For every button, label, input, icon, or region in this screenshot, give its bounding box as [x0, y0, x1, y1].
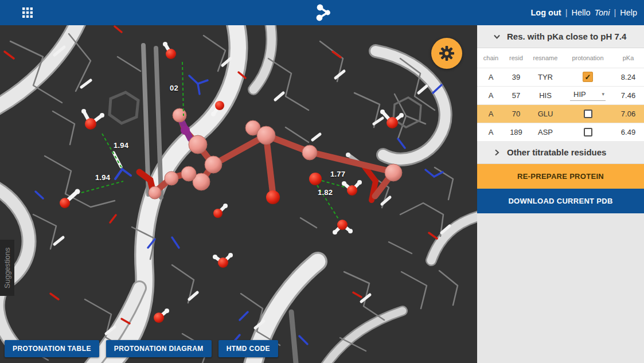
top-navbar: Log out | Hello Toni | Help	[0, 0, 644, 25]
user-menu: Log out | Hello Toni | Help	[531, 8, 637, 17]
protonation-checkbox[interactable]	[584, 128, 592, 136]
col-header-resid: resid	[505, 48, 528, 68]
protonation-table-button[interactable]: PROTONATION TABLE	[5, 340, 99, 357]
username-text: Toni	[595, 8, 610, 17]
residue-protonation-cell	[563, 123, 612, 141]
molecular-viewer[interactable]: Suggestions PROTONATION TABLE PROTONATIO…	[0, 25, 477, 363]
dropdown-caret-icon: ▾	[602, 91, 604, 97]
download-pdb-button[interactable]: DOWNLOAD CURRENT PDB	[477, 189, 644, 213]
suggestions-tab[interactable]: Suggestions	[0, 240, 14, 296]
greeting-text: Hello	[571, 8, 590, 17]
molecule-logo-icon[interactable]	[311, 2, 333, 26]
residue-pka: 8.24	[612, 68, 644, 86]
residue-resname: TYR	[528, 68, 563, 86]
chevron-down-icon	[493, 33, 501, 40]
htmd-code-button[interactable]: HTMD CODE	[218, 340, 278, 357]
residue-protonation-cell: ✓	[563, 68, 612, 86]
col-header-resname: resname	[528, 48, 563, 68]
sidebar: Res. with pKa close to pH 7.4 chain resi…	[477, 25, 644, 363]
other-residues-title: Other titratable residues	[507, 147, 606, 157]
residue-resname: GLU	[528, 104, 563, 123]
residue-resname: ASP	[528, 123, 563, 141]
re-prepare-protein-button[interactable]: RE-PREPARE PROTEIN	[477, 164, 644, 189]
other-residues-header[interactable]: Other titratable residues	[477, 141, 644, 164]
residue-pka: 7.06	[612, 104, 644, 123]
apps-grid-icon[interactable]	[21, 6, 34, 19]
residue-resid: 189	[505, 123, 528, 141]
col-header-protonation: protonation	[563, 48, 612, 68]
residue-row[interactable]: A39TYR✓8.24	[477, 68, 644, 86]
residue-pka: 6.49	[612, 123, 644, 141]
protonation-diagram-button[interactable]: PROTONATION DIAGRAM	[106, 340, 212, 357]
table-header-row: chain resid resname protonation pKa	[477, 48, 644, 68]
residue-resid: 39	[505, 68, 528, 86]
residue-chain: A	[477, 123, 505, 141]
residue-row[interactable]: A57HISHIP▾7.46	[477, 86, 644, 104]
pka-section-header[interactable]: Res. with pKa close to pH 7.4	[477, 25, 644, 48]
residue-row[interactable]: A189ASP6.49	[477, 123, 644, 141]
residue-chain: A	[477, 104, 505, 123]
help-link[interactable]: Help	[620, 8, 637, 17]
residue-chain: A	[477, 68, 505, 86]
pka-section-title: Res. with pKa close to pH 7.4	[507, 32, 626, 41]
residue-chain: A	[477, 86, 505, 104]
separator: |	[614, 8, 616, 17]
logout-link[interactable]: Log out	[531, 8, 561, 17]
col-header-chain: chain	[477, 48, 505, 68]
sidebar-filler	[477, 213, 644, 363]
residue-pka: 7.46	[612, 86, 644, 104]
residue-resname: HIS	[528, 86, 563, 104]
gear-icon	[438, 45, 455, 62]
residue-protonation-cell: HIP▾	[563, 86, 612, 104]
residues-table: chain resid resname protonation pKa A39T…	[477, 48, 644, 141]
separator: |	[565, 8, 568, 17]
protonation-select-value: HIP	[573, 90, 586, 99]
viewer-action-bar: PROTONATION TABLE PROTONATION DIAGRAM HT…	[5, 340, 278, 357]
molecule-scene	[0, 25, 477, 363]
residue-resid: 57	[505, 86, 528, 104]
viewer-settings-button[interactable]	[431, 38, 462, 69]
protonation-checkbox[interactable]	[584, 110, 592, 118]
col-header-pka: pKa	[612, 48, 644, 68]
chevron-right-icon	[493, 149, 501, 156]
residue-row[interactable]: A70GLU7.06	[477, 104, 644, 123]
protonation-select[interactable]: HIP▾	[570, 90, 606, 101]
residue-resid: 70	[505, 104, 528, 123]
residue-protonation-cell	[563, 104, 612, 123]
protonation-checkbox[interactable]: ✓	[583, 72, 593, 82]
